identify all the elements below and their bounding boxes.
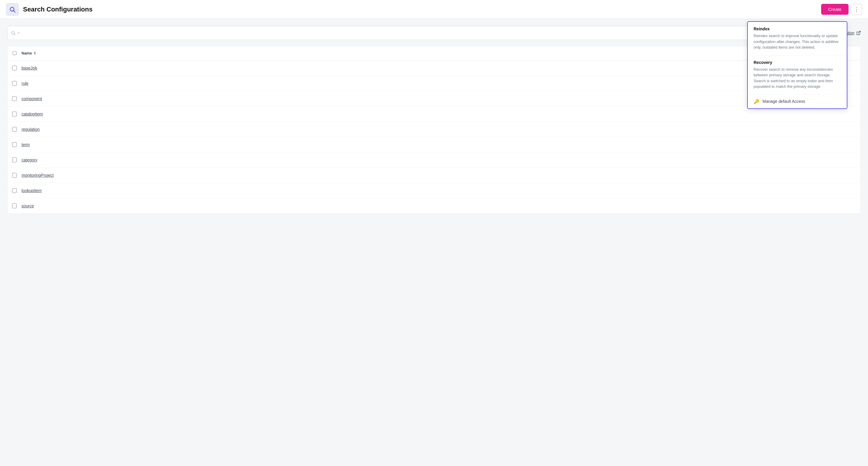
row-checkbox-9	[7, 204, 22, 208]
svg-line-4	[858, 31, 860, 33]
table-row: component	[7, 91, 861, 106]
row-name-9[interactable]: source	[22, 199, 861, 212]
row-select-checkbox-5[interactable]	[12, 142, 17, 147]
row-checkbox-2	[7, 96, 22, 101]
chevron-down-icon[interactable]	[17, 31, 20, 35]
recovery-description: Recover search to remove any inconsisten…	[753, 67, 841, 90]
name-column-label: Name	[22, 51, 32, 55]
search-icon	[9, 6, 16, 13]
create-button[interactable]: Create	[821, 4, 848, 15]
search-icon-small	[11, 31, 16, 35]
content-area: ▲ ▼ ✕ View documentation Name	[0, 19, 868, 221]
table-header: Name	[7, 46, 861, 60]
row-select-checkbox-9[interactable]	[12, 204, 17, 208]
row-name-6[interactable]: category	[22, 154, 861, 166]
row-checkbox-8	[7, 188, 22, 193]
reindex-title: Reindex	[753, 27, 841, 31]
recovery-item[interactable]: Recovery Recover search to remove any in…	[748, 55, 847, 95]
table-row: rule	[7, 76, 861, 91]
row-name-7[interactable]: monitoringProject	[22, 169, 861, 182]
row-select-checkbox-7[interactable]	[12, 173, 17, 178]
row-checkbox-6	[7, 158, 22, 162]
reindex-description: Reindex search to improve functionality …	[753, 33, 841, 51]
configurations-table: Name baseJob rule component	[7, 46, 861, 214]
reindex-item[interactable]: Reindex Reindex search to improve functi…	[748, 22, 847, 55]
select-all-checkbox[interactable]	[13, 51, 17, 55]
row-checkbox-4	[7, 127, 22, 132]
row-checkbox-3	[7, 112, 22, 116]
row-select-checkbox-2[interactable]	[12, 96, 17, 101]
svg-line-1	[13, 10, 15, 12]
more-options-icon: ⋮	[854, 6, 859, 13]
row-name-5[interactable]: term	[22, 138, 861, 151]
sort-icon	[34, 52, 36, 55]
row-name-8[interactable]: lookupItem	[22, 184, 861, 197]
row-name-2[interactable]: component	[22, 92, 861, 105]
name-column-header[interactable]: Name	[22, 49, 861, 57]
header-actions: Create ⋮	[821, 4, 862, 15]
table-row: catalogItem	[7, 106, 861, 122]
row-select-checkbox-1[interactable]	[12, 81, 17, 86]
table-row: baseJob	[7, 60, 861, 76]
manage-access-item[interactable]: 🔑 Manage default Access	[748, 95, 847, 108]
row-checkbox-0	[7, 66, 22, 70]
sort-down-icon	[34, 53, 36, 55]
header-checkbox-col	[7, 49, 22, 57]
external-link-icon	[856, 31, 861, 35]
sort-up-icon	[34, 52, 36, 53]
table-row: lookupItem	[7, 183, 861, 198]
table-row: source	[7, 198, 861, 213]
dropdown-menu: Reindex Reindex search to improve functi…	[747, 21, 847, 109]
table-row: term	[7, 137, 861, 152]
row-select-checkbox-4[interactable]	[12, 127, 17, 132]
row-name-3[interactable]: catalogItem	[22, 107, 861, 121]
row-select-checkbox-0[interactable]	[12, 66, 17, 70]
search-input-wrapper: ▲ ▼ ✕	[7, 26, 813, 40]
row-select-checkbox-8[interactable]	[12, 188, 17, 193]
more-options-button[interactable]: ⋮	[851, 4, 862, 15]
table-row: monitoringProject	[7, 168, 861, 183]
row-checkbox-1	[7, 81, 22, 86]
row-select-checkbox-3[interactable]	[12, 112, 17, 116]
header-icon-box	[6, 3, 19, 16]
svg-line-3	[14, 34, 16, 35]
table-body: baseJob rule component catalogItem regul…	[7, 60, 861, 213]
page-title: Search Configurations	[23, 6, 821, 13]
recovery-title: Recovery	[753, 60, 841, 65]
row-name-4[interactable]: regulation	[22, 123, 861, 136]
table-row: regulation	[7, 122, 861, 137]
table-row: category	[7, 152, 861, 168]
page-header: Search Configurations Create ⋮	[0, 0, 868, 19]
row-checkbox-5	[7, 142, 22, 147]
row-checkbox-7	[7, 173, 22, 178]
row-name-1[interactable]: rule	[22, 77, 861, 90]
manage-access-label: Manage default Access	[763, 99, 805, 104]
search-bar-row: ▲ ▼ ✕ View documentation	[7, 26, 861, 40]
key-icon: 🔑	[753, 99, 760, 104]
row-name-0[interactable]: baseJob	[22, 62, 861, 74]
search-icon-area	[10, 31, 23, 35]
row-select-checkbox-6[interactable]	[12, 158, 17, 162]
search-input[interactable]	[23, 31, 798, 35]
